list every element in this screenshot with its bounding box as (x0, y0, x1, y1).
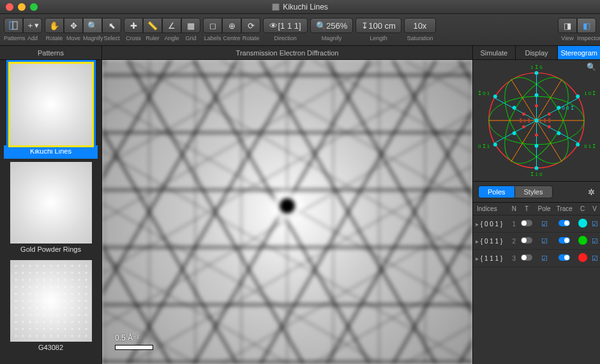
pattern-name: G43082 (4, 342, 98, 355)
stereogram-segment: Poles Styles ✲ (473, 181, 600, 203)
ruler-label: Ruler (143, 35, 162, 41)
saturation-value: 10x (413, 21, 426, 31)
direction-label: Direction (274, 35, 297, 41)
direction-value: [1 1 1] (278, 21, 301, 31)
svg-point-29 (535, 105, 538, 108)
indices-table: Indices N T Pole Trace C V ▸ { 0 0 1 }1☑… (473, 203, 600, 267)
toggle-t[interactable] (521, 254, 532, 261)
checkbox-pole[interactable]: ☑ (541, 220, 548, 228)
svg-text:0 1 1̄: 0 1 1̄ (584, 143, 596, 149)
th-n: N (510, 203, 518, 215)
select-label: Select (102, 35, 121, 41)
scale-bar: 0.5 Å⁻¹ (115, 333, 153, 350)
magnify-value: 256% (326, 21, 347, 31)
svg-point-20 (557, 131, 560, 135)
svg-point-17 (493, 94, 497, 98)
inspector-button[interactable]: ◧ (577, 18, 596, 33)
svg-point-26 (522, 113, 525, 116)
rotate2-label: Rotate (241, 35, 260, 41)
color-swatch[interactable] (578, 219, 587, 228)
svg-point-16 (493, 143, 497, 147)
view-button[interactable]: ◨ (558, 18, 577, 33)
viewer-header: Transmission Electron Diffraction (102, 46, 472, 59)
move-label: Move (64, 35, 83, 41)
svg-text:1 1̄ 1̄: 1 1̄ 1̄ (539, 118, 551, 124)
gear-icon[interactable]: ✲ (588, 187, 595, 197)
svg-point-24 (535, 144, 539, 148)
pattern-name: Kikuchi Lines (4, 145, 98, 159)
length-field[interactable]: ↧ 100 cm (356, 18, 401, 33)
rotate-label: Rotate (45, 35, 64, 41)
grid-tool[interactable]: ▦ (181, 18, 200, 33)
add-label: Add (23, 35, 42, 41)
color-swatch[interactable] (578, 236, 587, 245)
angle-tool[interactable]: ∠ (162, 18, 181, 33)
svg-rect-0 (10, 22, 13, 29)
rotate2-button[interactable]: ⟳ (241, 18, 260, 33)
magnify-tool[interactable]: 🔍 (83, 18, 102, 33)
th-pole: Pole (535, 203, 553, 215)
pattern-item-kikuchi[interactable]: Kikuchi Lines (4, 64, 98, 159)
column-headers: Patterns Transmission Electron Diffracti… (0, 46, 600, 60)
labels-button[interactable]: ◻ (203, 18, 222, 33)
pattern-item-gold[interactable]: Gold Powder Rings (4, 162, 98, 257)
tab-display[interactable]: Display (515, 46, 558, 59)
svg-point-23 (535, 93, 539, 97)
seg-poles[interactable]: Poles (478, 186, 515, 198)
direction-field[interactable]: 👁 [1 1 1] (263, 18, 308, 33)
toggle-t[interactable] (521, 237, 532, 244)
toggle-trace[interactable] (559, 220, 570, 226)
move-tool[interactable]: ✥ (64, 18, 83, 33)
right-tabs: Simulate Display Stereogram (472, 46, 600, 59)
th-indices: Indices (473, 203, 510, 215)
svg-point-30 (535, 133, 538, 136)
pattern-item-g43082[interactable]: G43082 (4, 260, 98, 355)
saturation-field[interactable]: 10x (404, 18, 436, 33)
toggle-trace[interactable] (559, 237, 570, 244)
length-value: 100 cm (368, 21, 396, 31)
th-c: C (576, 203, 589, 215)
rotate-tool[interactable]: ✋ (45, 18, 64, 33)
table-row[interactable]: ▸ { 0 0 1 }1☑☑ (473, 215, 600, 233)
add-button[interactable]: ＋▾ (23, 18, 42, 33)
th-trace: Trace (553, 203, 576, 215)
pattern-name: Gold Powder Rings (4, 244, 98, 257)
tab-stereogram[interactable]: Stereogram (557, 46, 600, 59)
toggle-t[interactable] (521, 220, 532, 226)
table-row[interactable]: ▸ { 1 1 1 }3☑☑ (473, 250, 600, 267)
svg-point-22 (513, 131, 516, 135)
seg-styles[interactable]: Styles (515, 186, 553, 198)
stereogram-magnify-icon[interactable]: 🔍 (587, 62, 596, 71)
checkbox-v[interactable]: ☑ (592, 237, 598, 245)
window-title-text: Kikuchi Lines (283, 3, 328, 11)
sidebar: Kikuchi Lines Gold Powder Rings G43082 (0, 60, 102, 364)
checkbox-v[interactable]: ☑ (592, 254, 598, 262)
magnify-field[interactable]: 🔍 256% (310, 18, 353, 33)
centre-button[interactable]: ⊕ (222, 18, 241, 33)
svg-text:1̄ 1 1̄: 1̄ 1 1̄ (519, 118, 531, 124)
grid-label: Grid (181, 35, 200, 41)
table-row[interactable]: ▸ { 0 1 1 }2☑☑ (473, 233, 600, 250)
scale-bar-line (115, 345, 153, 350)
select-tool[interactable]: ⬉ (102, 18, 121, 33)
checkbox-pole[interactable]: ☑ (541, 237, 548, 245)
toggle-trace[interactable] (559, 254, 570, 261)
length-label: Length (370, 35, 387, 41)
ruler-tool[interactable]: 📏 (143, 18, 162, 33)
svg-point-13 (576, 94, 580, 98)
kikuchi-pattern (102, 60, 472, 364)
tab-simulate[interactable]: Simulate (472, 46, 515, 59)
svg-text:0 0 1̄: 0 0 1̄ (562, 105, 573, 111)
toolbar: ＋▾ PatternsAdd ✋ ✥ 🔍 ⬉ Rotate Move Magni… (0, 14, 600, 46)
diffraction-viewer[interactable]: 0.5 Å⁻¹ (102, 60, 472, 364)
stereogram-svg: 1 1̄ 0 1 0 1̄ 0 1 1̄ 1̄ 1 0 0 1̄ 1 1̄ 0 … (473, 60, 600, 181)
centre-label: Centre (222, 35, 241, 41)
doc-icon (272, 3, 280, 11)
color-swatch[interactable] (578, 253, 587, 262)
stereogram[interactable]: 🔍 (473, 60, 600, 181)
cross-tool[interactable]: ✚ (124, 18, 143, 33)
angle-label: Angle (162, 35, 181, 41)
checkbox-v[interactable]: ☑ (592, 220, 598, 228)
checkbox-pole[interactable]: ☑ (541, 254, 548, 262)
patterns-button[interactable] (4, 18, 23, 33)
